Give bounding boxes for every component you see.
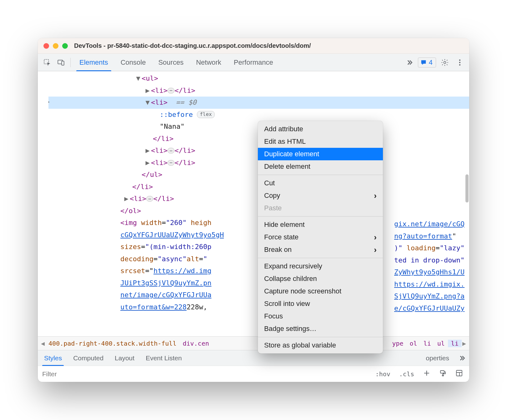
cls-toggle[interactable]: .cls xyxy=(397,370,416,378)
menu-item[interactable]: Cut xyxy=(258,177,383,189)
paint-icon[interactable] xyxy=(437,369,449,379)
titlebar: DevTools - pr-5840-static-dot-dcc-stagin… xyxy=(38,38,469,54)
menu-item-label: Add attribute xyxy=(264,125,303,133)
menu-item[interactable]: Badge settings… xyxy=(258,322,383,335)
menu-item[interactable]: Add attribute xyxy=(258,123,383,135)
menu-item[interactable]: Store as global variable xyxy=(258,339,383,352)
device-toolbar-icon[interactable] xyxy=(55,56,67,69)
main-toolbar: Elements Console Sources Network Perform… xyxy=(38,54,469,71)
menu-item-label: Capture node screenshot xyxy=(264,287,341,295)
chevron-left-icon[interactable]: ◀ xyxy=(40,340,45,347)
elements-panel: ▼<ul> ▶<li>⋯</li> ••• ▼<li> == $0 ::befo… xyxy=(38,71,469,336)
menu-item-label: Cut xyxy=(264,179,275,187)
styles-tab-layout[interactable]: Layout xyxy=(110,350,139,366)
menu-separator xyxy=(258,175,383,175)
maximize-icon[interactable] xyxy=(62,43,68,49)
menu-item[interactable]: Copy› xyxy=(258,189,383,202)
panel-tabs: Elements Console Sources Network Perform… xyxy=(74,54,279,71)
menu-item-label: Edit as HTML xyxy=(264,138,306,146)
flex-badge[interactable]: flex xyxy=(197,111,215,118)
menu-item-label: Expand recursively xyxy=(264,262,322,270)
more-styletabs-icon[interactable] xyxy=(455,352,468,364)
svg-rect-7 xyxy=(440,371,444,373)
svg-rect-8 xyxy=(442,375,444,376)
ellipsis-icon[interactable]: ⋯ xyxy=(168,148,174,153)
context-menu: Add attributeEdit as HTMLDuplicate eleme… xyxy=(258,121,383,353)
ellipsis-icon[interactable]: ⋯ xyxy=(168,160,174,166)
text-node[interactable]: "Nana" xyxy=(160,121,184,133)
inspect-icon[interactable] xyxy=(41,56,53,69)
menu-item[interactable]: Scroll into view xyxy=(258,298,383,310)
menu-item-label: Break on xyxy=(264,246,292,254)
traffic-lights xyxy=(43,43,68,49)
menu-item[interactable]: Break on› xyxy=(258,243,383,256)
menu-item[interactable]: Delete element xyxy=(258,160,383,173)
styles-tab-properties[interactable]: operties xyxy=(421,350,454,366)
ellipsis-icon[interactable]: ⋯ xyxy=(146,196,153,202)
breadcrumb-item-selected[interactable]: li xyxy=(448,340,462,347)
menu-item[interactable]: Edit as HTML xyxy=(258,135,383,148)
issues-count: 4 xyxy=(429,58,433,67)
menu-separator xyxy=(258,337,383,337)
menu-separator xyxy=(258,258,383,258)
styles-tab-styles[interactable]: Styles xyxy=(39,350,67,366)
styles-tab-eventlisteners[interactable]: Event Listen xyxy=(141,350,187,366)
close-icon[interactable] xyxy=(43,43,49,49)
ellipsis-icon[interactable]: ⋯ xyxy=(168,88,174,93)
new-style-rule-icon[interactable] xyxy=(421,369,432,379)
breadcrumb[interactable]: ◀ 400.pad-right-400.stack.width-full div… xyxy=(38,336,469,350)
svg-point-3 xyxy=(444,61,446,63)
menu-item-label: Hide element xyxy=(264,221,305,229)
tree-gutter xyxy=(38,71,48,336)
menu-item[interactable]: Collapse children xyxy=(258,272,383,285)
tab-performance[interactable]: Performance xyxy=(228,54,279,71)
svg-point-6 xyxy=(459,64,460,65)
tab-console[interactable]: Console xyxy=(115,54,152,71)
minimize-icon[interactable] xyxy=(53,43,58,49)
issues-badge[interactable]: 4 xyxy=(418,58,436,68)
tab-network[interactable]: Network xyxy=(190,54,227,71)
scrollbar-thumb[interactable] xyxy=(465,174,469,202)
settings-icon[interactable] xyxy=(439,56,451,69)
selected-node-row[interactable]: ••• ▼<li> == $0 xyxy=(48,97,469,109)
toolbar-separator xyxy=(70,58,71,67)
styles-filter-input[interactable] xyxy=(42,370,369,378)
link-url[interactable]: cGQxYFGJrUUaUZyWhyt9yo5gH xyxy=(120,229,224,241)
menu-item-label: Duplicate element xyxy=(264,150,319,158)
styles-tab-computed[interactable]: Computed xyxy=(68,350,108,366)
menu-item[interactable]: Expand recursively xyxy=(258,260,383,272)
kebab-menu-icon[interactable] xyxy=(454,56,466,69)
tab-sources[interactable]: Sources xyxy=(153,54,189,71)
breadcrumb-item[interactable]: 400.pad-right-400.stack.width-full xyxy=(45,340,179,347)
menu-item-label: Collapse children xyxy=(264,275,317,283)
chevron-right-icon: › xyxy=(374,191,377,201)
tag-li-collapsed[interactable]: <li> xyxy=(151,85,168,97)
breadcrumb-item[interactable]: ol xyxy=(407,340,420,347)
menu-item[interactable]: Duplicate element xyxy=(258,148,383,160)
menu-item-label: Delete element xyxy=(264,162,310,171)
menu-item[interactable]: Capture node screenshot xyxy=(258,285,383,298)
breadcrumb-item[interactable]: li xyxy=(420,340,434,347)
window-title: DevTools - pr-5840-static-dot-dcc-stagin… xyxy=(74,42,311,49)
tab-elements[interactable]: Elements xyxy=(74,54,114,71)
breadcrumb-item[interactable]: ype xyxy=(389,340,406,347)
breadcrumb-item[interactable]: ul xyxy=(434,340,448,347)
tag-ul-open[interactable]: <ul> xyxy=(142,72,158,85)
chevron-right-icon[interactable]: ▶ xyxy=(462,340,467,347)
devtools-window: DevTools - pr-5840-static-dot-dcc-stagin… xyxy=(38,38,469,382)
menu-item-label: Store as global variable xyxy=(264,341,336,349)
breadcrumb-item[interactable]: div.cen xyxy=(179,340,212,347)
more-tabs-icon[interactable] xyxy=(403,56,415,69)
menu-item-label: Force state xyxy=(264,233,299,241)
chevron-right-icon: › xyxy=(374,232,377,242)
menu-item[interactable]: Focus xyxy=(258,310,383,322)
chevron-right-icon: › xyxy=(374,245,377,255)
pseudo-before[interactable]: ::before xyxy=(160,109,193,121)
menu-item[interactable]: Hide element xyxy=(258,218,383,231)
computed-panel-icon[interactable] xyxy=(454,369,465,379)
menu-separator xyxy=(258,216,383,217)
hov-toggle[interactable]: :hov xyxy=(374,370,392,378)
menu-item-label: Focus xyxy=(264,312,283,320)
menu-item-label: Scroll into view xyxy=(264,300,310,308)
menu-item[interactable]: Force state› xyxy=(258,231,383,243)
